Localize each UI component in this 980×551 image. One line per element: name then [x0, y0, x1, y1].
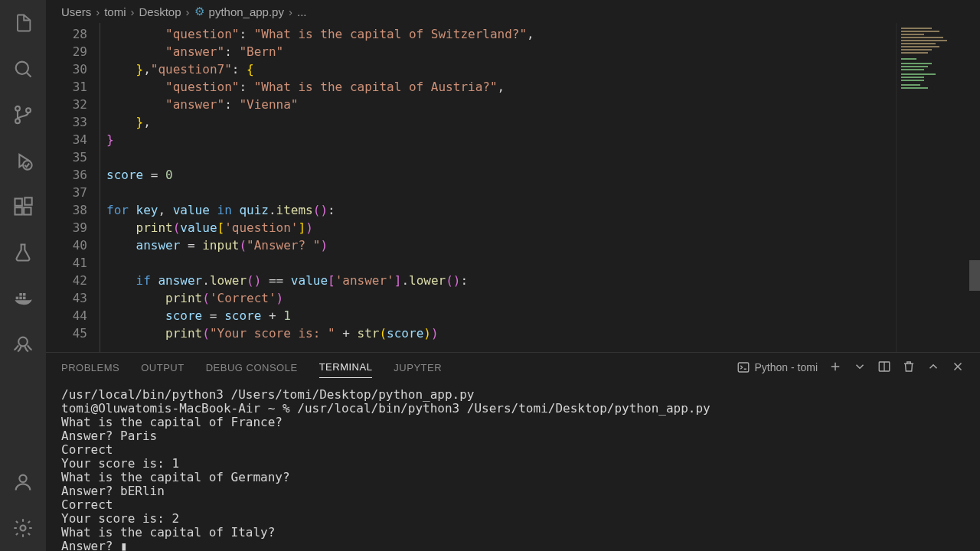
- panel-tabs: PROBLEMS OUTPUT DEBUG CONSOLE TERMINAL J…: [46, 353, 980, 382]
- code-line[interactable]: for key, value in quiz.items():: [100, 201, 896, 219]
- minimap[interactable]: [896, 23, 980, 352]
- svg-point-15: [18, 337, 28, 347]
- terminal-label: Python - tomi: [755, 361, 818, 373]
- files-icon[interactable]: [0, 0, 46, 46]
- crumb-desktop[interactable]: Desktop: [139, 5, 181, 18]
- crumb-more[interactable]: ...: [297, 5, 307, 18]
- svg-rect-14: [23, 293, 26, 296]
- octopus-icon[interactable]: [0, 321, 46, 367]
- terminal-line: Answer? bERlin: [61, 484, 965, 498]
- code-line[interactable]: "answer": "Vienna": [100, 96, 896, 113]
- chevron-down-icon[interactable]: [853, 360, 867, 376]
- panel: PROBLEMS OUTPUT DEBUG CONSOLE TERMINAL J…: [46, 352, 980, 551]
- tab-terminal[interactable]: TERMINAL: [319, 357, 373, 378]
- terminal-line: Correct: [61, 498, 965, 512]
- scrollbar-thumb[interactable]: [969, 260, 980, 291]
- svg-rect-12: [23, 297, 26, 300]
- line-number: 36: [46, 166, 87, 184]
- chevron-right-icon: ›: [289, 5, 292, 18]
- code-line[interactable]: },: [100, 113, 896, 131]
- code-line[interactable]: [100, 184, 896, 201]
- debug-icon[interactable]: [0, 138, 46, 184]
- svg-rect-13: [19, 293, 22, 296]
- line-number: 41: [46, 254, 87, 272]
- line-number: 43: [46, 289, 87, 307]
- crumb-users[interactable]: Users: [61, 5, 91, 18]
- crumb-file[interactable]: python_app.py: [209, 5, 284, 18]
- svg-point-1: [15, 106, 20, 111]
- search-icon[interactable]: [0, 46, 46, 92]
- code-line[interactable]: "question": "What is the capital of Aust…: [100, 78, 896, 96]
- code-line[interactable]: "question": "What is the capital of Swit…: [100, 25, 896, 43]
- svg-rect-8: [24, 207, 31, 214]
- account-icon[interactable]: [0, 459, 46, 505]
- terminal-line: tomi@Oluwatomis-MacBook-Air ~ % /usr/loc…: [61, 402, 965, 416]
- trash-icon[interactable]: [902, 360, 916, 376]
- extensions-icon[interactable]: [0, 184, 46, 230]
- code-line[interactable]: answer = input("Answer? "): [100, 236, 896, 254]
- chevron-right-icon: ›: [186, 5, 190, 18]
- terminal-output[interactable]: /usr/local/bin/python3 /Users/tomi/Deskt…: [46, 382, 980, 551]
- line-number: 33: [46, 113, 87, 131]
- code-line[interactable]: },"question7": {: [100, 60, 896, 78]
- line-number: 29: [46, 43, 87, 60]
- line-number: 37: [46, 184, 87, 201]
- code-line[interactable]: print('Correct'): [100, 289, 896, 307]
- line-number: 32: [46, 96, 87, 113]
- terminal-icon: [737, 360, 750, 374]
- code-line[interactable]: print("Your score is: " + str(score)): [100, 324, 896, 342]
- line-number: 44: [46, 307, 87, 324]
- line-number: 28: [46, 25, 87, 43]
- terminal-line: Answer? ▮: [61, 540, 965, 551]
- code-line[interactable]: [100, 148, 896, 166]
- code-line[interactable]: "answer": "Bern": [100, 43, 896, 60]
- crumb-tomi[interactable]: tomi: [104, 5, 126, 18]
- line-number: 39: [46, 219, 87, 236]
- line-number: 31: [46, 78, 87, 96]
- gear-icon[interactable]: [0, 505, 46, 551]
- svg-point-2: [15, 119, 20, 123]
- line-number: 40: [46, 236, 87, 254]
- chevron-up-icon[interactable]: [926, 360, 940, 376]
- line-number: 30: [46, 60, 87, 78]
- docker-icon[interactable]: [0, 276, 46, 321]
- line-number: 45: [46, 324, 87, 342]
- beaker-icon[interactable]: [0, 230, 46, 276]
- code-line[interactable]: score = score + 1: [100, 307, 896, 324]
- breadcrumb[interactable]: Users › tomi › Desktop › ⚙ python_app.py…: [46, 0, 980, 23]
- terminal-line: What is the capital of France?: [61, 416, 965, 429]
- line-gutter: 282930313233343536373839404142434445: [46, 23, 100, 352]
- tab-problems[interactable]: PROBLEMS: [61, 357, 119, 378]
- tab-output[interactable]: OUTPUT: [141, 357, 184, 378]
- terminal-selector[interactable]: Python - tomi: [737, 360, 818, 374]
- terminal-line: Answer? Paris: [61, 429, 965, 443]
- svg-point-17: [21, 526, 26, 531]
- code-area[interactable]: "question": "What is the capital of Swit…: [100, 23, 896, 352]
- tab-debug-console[interactable]: DEBUG CONSOLE: [206, 357, 298, 378]
- terminal-line: What is the capital of Germany?: [61, 471, 965, 484]
- code-line[interactable]: score = 0: [100, 166, 896, 184]
- tab-jupyter[interactable]: JUPYTER: [394, 357, 442, 378]
- branch-icon[interactable]: [0, 92, 46, 138]
- svg-point-3: [26, 108, 31, 112]
- code-line[interactable]: print(value['question']): [100, 219, 896, 236]
- svg-rect-7: [15, 207, 22, 214]
- editor[interactable]: 282930313233343536373839404142434445 "qu…: [46, 23, 980, 352]
- code-line[interactable]: if answer.lower() == value['answer'].low…: [100, 272, 896, 289]
- add-terminal-icon[interactable]: [828, 360, 842, 376]
- line-number: 34: [46, 131, 87, 148]
- close-icon[interactable]: [951, 360, 965, 376]
- line-number: 35: [46, 148, 87, 166]
- svg-rect-10: [16, 297, 19, 300]
- svg-rect-18: [738, 363, 749, 372]
- svg-rect-6: [15, 199, 22, 206]
- svg-point-16: [19, 475, 26, 482]
- activity-bar: [0, 0, 46, 551]
- code-line[interactable]: [100, 254, 896, 272]
- split-terminal-icon[interactable]: [877, 360, 891, 376]
- terminal-line: What is the capital of Italy?: [61, 526, 965, 540]
- python-file-icon: ⚙: [194, 5, 204, 18]
- terminal-line: Your score is: 1: [61, 457, 965, 471]
- terminal-line: Correct: [61, 443, 965, 457]
- code-line[interactable]: }: [100, 131, 896, 148]
